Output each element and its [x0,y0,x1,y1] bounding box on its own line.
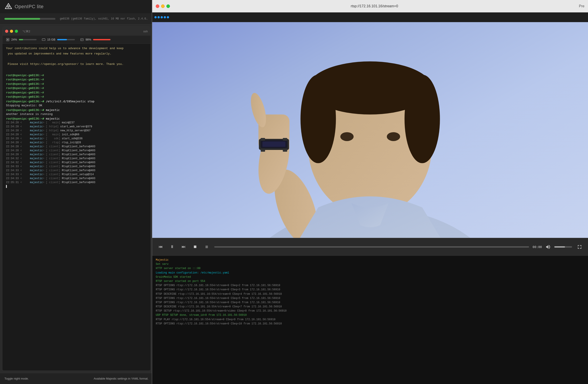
vlc-maximize-button[interactable] [166,4,170,8]
cpu-label: 24% [11,38,17,41]
log-line-7: 22:34:28 < majestic> [ client] RtspClien… [6,145,147,149]
vlc-volume-fill [554,246,565,248]
footer-night-mode-label: Toggle night mode. [4,377,29,380]
term-contrib-line: Your contributions could help us to adva… [6,46,147,51]
vlc-controls: ⏮ ⏸ ⏭ ⏹ ≡ 00:00 [152,238,588,256]
log-rtsp-describe-1: RTSP DESCRIBE rtsp://172.16.101.16:554/s… [156,292,585,296]
vlc-volume-icon [546,244,551,250]
vlc-titlebar: rtsp://172.16.101.16/stream=0 Pre [152,0,588,12]
term-blank2 [6,69,147,73]
log-line-8: 22:34:28 < majestic> [ client] RtspClien… [6,149,147,153]
info-bar: gm8136 (gm8136 family), soih61, 16 MB no… [0,13,153,24]
log-set-serv: Set serv [156,262,585,266]
terminal-close-button[interactable] [5,30,8,33]
app-left-panel: OpenIPC lite gm8136 (gm8136 family), soi… [0,0,153,384]
vlc-pre-label: Pre [579,4,585,8]
app-header: OpenIPC lite [0,0,153,13]
log-line-14: 22:34:33 < majestic> [ client] RtspClien… [6,173,147,177]
terminal-maximize-button[interactable] [15,30,18,33]
term-cmd-stop: root@openipc-gm8136:~# /etc/init.d/S95ma… [6,99,147,104]
term-sponsor-line: Please visit https://openipc.org/sponsor… [6,62,147,66]
term-prompt-1: root@openipc-gm8136:~# [6,73,147,78]
ram-bar [57,39,75,40]
term-prompt-6: root@openipc-gm8136:~# [6,95,147,99]
term-cmd-majestic1: root@openipc-gm8136:~# majestic [6,108,147,112]
terminal-content[interactable]: Your contributions could help us to adva… [2,44,150,370]
stats-bar: 24% 15 GB [2,36,150,44]
storage-icon [80,38,84,41]
log-line-6: 22:34:20 < majestic> [ rtsp] rtsp_init@2… [6,141,147,145]
fullscreen-icon [577,244,582,249]
progress-bar-container [4,18,55,20]
terminal-titlebar: ⌥⌘2 ssh [2,27,150,36]
terminal-minimize-button[interactable] [10,30,13,33]
vlc-fast-forward-button[interactable]: ⏭ [180,243,188,251]
log-line-5: 22:34:20 < majestic> [ sdk] start_sdk@33… [6,137,147,141]
svg-marker-0 [5,3,12,9]
log-grainmedia: GrainMedia SDK started [156,275,585,279]
term-cmd-majestic2: root@openipc-gm8136:~# majestic [6,117,147,121]
log-line-13: 22:34:33 < majestic> [ client] RtspClien… [6,168,147,173]
log-http-started: HTTP server started on :::80 [156,266,585,271]
vlc-traffic-lights [156,4,170,8]
tab-dot-3 [161,16,163,18]
term-prompt-4: root@openipc-gm8136:~# [6,86,147,91]
terminal-shortcut-label: ⌥⌘2 [22,30,30,33]
log-rtsp-options-4: RTSP OPTIONS rtsp://172.16.101.16:554/st… [156,301,585,305]
vlc-progress-bar[interactable] [214,246,529,248]
cpu-bar [19,39,37,40]
log-line-12: 22:34:33 < majestic> [ client] RtspClien… [6,164,147,168]
log-rtsp-options-5: RTSP OPTIONS rtsp://172.16.101.16:554/st… [156,322,585,326]
cpu-bar-fill [19,39,23,40]
ram-label: 15 GB [47,38,55,41]
storage-stat: 98% [80,38,111,41]
log-udp-setup-done: UDP RTSP SETUP done, stream_id=0 from 17… [156,313,585,317]
terminal-window: ⌥⌘2 ssh 24% [2,27,151,371]
log-line-4: 22:34:20 < majestic> [ main] init_sdk@66 [6,133,147,137]
openipc-logo-icon [4,3,12,11]
vlc-volume-bar[interactable] [554,246,572,248]
svg-rect-9 [81,39,83,41]
svg-rect-4 [7,39,8,40]
tab-dot-5 [167,16,169,18]
tab-dot-2 [158,16,160,18]
cpu-stat: 24% [6,38,37,41]
svg-rect-25 [261,138,265,141]
log-line-15: 22:34:33 < majestic> [ client] RtspClien… [6,177,147,181]
log-majestic-start: Majestic [156,258,585,262]
video-content-svg [152,22,588,238]
vlc-close-button[interactable] [156,4,159,8]
app-footer: Toggle night mode. Available Majestic se… [0,373,153,384]
svg-rect-27 [261,149,265,152]
ram-stat: 15 GB [42,38,75,41]
term-prompt-2: root@openipc-gm8136:~# [6,78,147,82]
vlc-time-display: 00:00 [533,245,542,249]
log-rtsp-started: RTSP server started on port 554 [156,279,585,283]
term-blank [6,58,147,62]
svg-point-31 [404,75,440,163]
term-contrib-line2: you updated on improvements and new feat… [6,52,147,56]
vlc-window: rtsp://172.16.101.16/stream=0 Pre [152,0,588,384]
vlc-playlist-button[interactable]: ≡ [203,243,211,251]
term-another-instance: another instance is running [6,112,147,117]
ram-icon [42,38,45,41]
log-line-11: 22:34:32 < majestic> [ client] RtspClien… [6,161,147,164]
tab-dot-1 [154,16,157,18]
vlc-rewind-button[interactable]: ⏮ [157,243,165,251]
vlc-pause-button[interactable]: ⏸ [168,243,176,251]
log-line-9: 22:34:28 < majestic> [ client] RtspClien… [6,153,147,157]
log-area[interactable]: Majestic Set serv HTTP server started on… [152,256,588,384]
progress-bar-fill [4,18,40,20]
terminal-ssh-label: ssh [143,30,148,33]
ram-bar-fill [57,39,67,40]
vlc-minimize-button[interactable] [161,4,165,8]
svg-point-11 [81,40,82,40]
app-title: OpenIPC lite [15,4,44,10]
log-rtsp-play: RTSP PLAY rtsp://172.16.101.16:554/strea… [156,318,585,322]
vlc-stop-button[interactable]: ⏹ [191,243,199,251]
vlc-fullscreen-button[interactable] [576,243,584,251]
storage-bar [93,39,111,40]
log-line-2: 22:34:20 < majestic> [ httpd] start_web_… [6,125,147,129]
vlc-url-label: rtsp://172.16.101.16/stream=0 [173,4,576,8]
log-rtsp-describe-2: RTSP DESCRIBE rtsp://172.16.101.16:554/s… [156,305,585,309]
